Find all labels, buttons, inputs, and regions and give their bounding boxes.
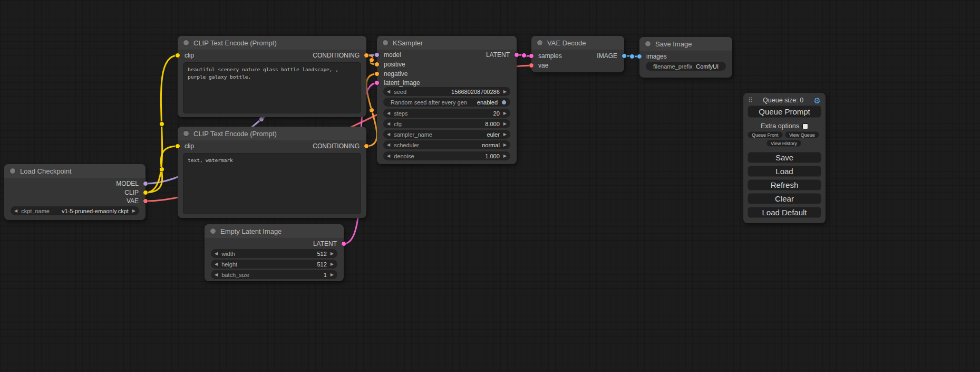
steps-widget[interactable]: ◀ steps 20 ▶	[383, 109, 510, 118]
increment-arrow-icon[interactable]: ▶	[503, 130, 507, 139]
slot-label: LATENT	[486, 51, 510, 59]
images-input-dot[interactable]	[637, 54, 642, 59]
cfg-widget[interactable]: ◀ cfg 8.000 ▶	[383, 119, 510, 128]
increment-arrow-icon[interactable]: ▶	[331, 260, 334, 269]
node-titlebar[interactable]: Empty Latent Image	[205, 224, 344, 238]
denoise-widget[interactable]: ◀ denoise 1.000 ▶	[383, 151, 510, 160]
toggle-knob-icon[interactable]	[501, 100, 507, 105]
view-history-button[interactable]: View History	[766, 140, 801, 147]
latent-image-input-dot[interactable]	[374, 80, 380, 85]
node-title: CLIP Text Encode (Prompt)	[193, 39, 277, 47]
increment-arrow-icon[interactable]: ▶	[331, 270, 334, 279]
conditioning-output-dot[interactable]	[364, 53, 369, 58]
collapse-dot-icon[interactable]	[382, 40, 389, 46]
model-output-dot[interactable]	[143, 181, 148, 186]
decrement-arrow-icon[interactable]: ◀	[387, 151, 390, 160]
node-titlebar[interactable]: CLIP Text Encode (Prompt)	[178, 36, 366, 50]
node-title: KSampler	[393, 39, 423, 47]
widget-label: batch_size	[221, 272, 249, 278]
slot-label: latent_image	[384, 79, 420, 87]
collapse-dot-icon[interactable]	[9, 168, 16, 174]
decrement-arrow-icon[interactable]: ◀	[387, 87, 390, 96]
input-slot-negative: negative	[377, 70, 517, 78]
node-titlebar[interactable]: CLIP Text Encode (Prompt)	[178, 127, 366, 140]
increment-arrow-icon[interactable]: ▶	[503, 109, 507, 118]
ckpt-name-widget[interactable]: ◀ ckpt_name v1-5-pruned-emaonly.ckpt ▶	[11, 206, 139, 215]
increment-arrow-icon[interactable]: ▶	[503, 87, 507, 96]
collapse-dot-icon[interactable]	[183, 40, 189, 46]
slot-label: clip	[185, 51, 194, 60]
node-load-checkpoint[interactable]: Load Checkpoint MODEL CLIP VAE ◀ ckpt_na…	[4, 164, 145, 220]
decrement-arrow-icon[interactable]: ◀	[387, 109, 390, 118]
widget-label: cfg	[394, 121, 402, 127]
save-button[interactable]: Save	[748, 152, 821, 163]
latent-output-dot[interactable]	[341, 241, 346, 246]
vae-output-dot[interactable]	[143, 198, 148, 204]
decrement-arrow-icon[interactable]: ◀	[215, 270, 218, 279]
scheduler-widget[interactable]: ◀ scheduler normal ▶	[383, 140, 510, 149]
widget-value: 512	[317, 251, 326, 257]
collapse-dot-icon[interactable]	[210, 228, 216, 234]
clip-output-dot[interactable]	[143, 190, 148, 195]
negative-prompt-textarea[interactable]: text, watermark	[183, 153, 361, 214]
node-vae-decode[interactable]: VAE Decode samples IMAGE vae	[531, 36, 624, 72]
decrement-arrow-icon[interactable]: ◀	[215, 260, 218, 269]
increment-arrow-icon[interactable]: ▶	[503, 140, 507, 149]
node-clip-text-encode-negative[interactable]: CLIP Text Encode (Prompt) clip CONDITION…	[178, 127, 366, 218]
node-save-image[interactable]: Save Image images filename_prefix ComfyU…	[639, 37, 732, 78]
node-titlebar[interactable]: Save Image	[639, 37, 732, 51]
clear-button[interactable]: Clear	[748, 193, 821, 204]
increment-arrow-icon[interactable]: ▶	[503, 119, 507, 128]
increment-arrow-icon[interactable]: ▶	[503, 151, 507, 160]
decrement-arrow-icon[interactable]: ◀	[14, 206, 17, 215]
queue-front-button[interactable]: Queue Front	[748, 131, 783, 138]
decrement-arrow-icon[interactable]: ◀	[387, 140, 390, 149]
batch-size-widget[interactable]: ◀ batch_size 1 ▶	[211, 270, 337, 279]
clip-input-dot[interactable]	[175, 53, 180, 58]
filename-prefix-widget[interactable]: filename_prefix ComfyUI	[646, 62, 726, 71]
vae-input-dot[interactable]	[529, 63, 534, 68]
load-button[interactable]: Load	[748, 166, 821, 177]
seed-widget[interactable]: ◀ seed 156680208700286 ▶	[383, 87, 510, 96]
refresh-button[interactable]: Refresh	[748, 179, 821, 190]
drag-handle-icon[interactable]: ⠿	[748, 97, 753, 104]
node-clip-text-encode-positive[interactable]: CLIP Text Encode (Prompt) clip CONDITION…	[178, 36, 366, 117]
view-queue-button[interactable]: View Queue	[785, 131, 819, 138]
queue-panel[interactable]: ⠿ Queue size: 0 ⚙ Queue Prompt Extra opt…	[743, 93, 826, 223]
sampler-name-widget[interactable]: ◀ sampler_name euler ▶	[383, 130, 510, 139]
latent-output-dot[interactable]	[514, 52, 519, 58]
collapse-dot-icon[interactable]	[183, 130, 189, 137]
settings-gear-icon[interactable]: ⚙	[814, 97, 821, 104]
widget-label: sampler_name	[394, 131, 432, 138]
samples-input-dot[interactable]	[529, 53, 534, 59]
positive-input-dot[interactable]	[374, 62, 380, 67]
collapse-dot-icon[interactable]	[645, 41, 651, 47]
collapse-dot-icon[interactable]	[537, 40, 543, 46]
height-widget[interactable]: ◀ height 512 ▶	[211, 260, 337, 269]
input-slot-clip: clip CONDITIONING	[178, 51, 366, 60]
input-slot-samples: samples IMAGE	[531, 52, 624, 60]
clip-input-dot[interactable]	[175, 144, 180, 149]
negative-input-dot[interactable]	[374, 71, 380, 77]
widget-label: steps	[394, 110, 407, 117]
width-widget[interactable]: ◀ width 512 ▶	[211, 249, 337, 258]
decrement-arrow-icon[interactable]: ◀	[387, 119, 390, 128]
increment-arrow-icon[interactable]: ▶	[331, 249, 334, 258]
increment-arrow-icon[interactable]: ▶	[132, 206, 135, 215]
positive-prompt-textarea[interactable]: beautiful scenery nature glass bottle la…	[183, 62, 361, 113]
node-titlebar[interactable]: KSampler	[377, 36, 517, 50]
extra-options-checkbox[interactable]	[802, 123, 808, 129]
node-titlebar[interactable]: Load Checkpoint	[4, 164, 145, 178]
model-input-dot[interactable]	[374, 52, 380, 58]
node-empty-latent-image[interactable]: Empty Latent Image LATENT ◀ width 512 ▶ …	[205, 224, 344, 281]
image-output-dot[interactable]	[622, 53, 627, 59]
load-default-button[interactable]: Load Default	[748, 207, 821, 218]
conditioning-output-dot[interactable]	[364, 144, 369, 149]
random-seed-toggle-widget[interactable]: Random seed after every gen enabled	[383, 98, 510, 107]
decrement-arrow-icon[interactable]: ◀	[387, 130, 390, 139]
node-ksampler[interactable]: KSampler model LATENT positive negative …	[377, 36, 517, 164]
queue-prompt-button[interactable]: Queue Prompt	[748, 106, 821, 118]
node-titlebar[interactable]: VAE Decode	[531, 36, 624, 50]
node-graph-canvas[interactable]: Load Checkpoint MODEL CLIP VAE ◀ ckpt_na…	[0, 0, 980, 372]
decrement-arrow-icon[interactable]: ◀	[215, 249, 218, 258]
